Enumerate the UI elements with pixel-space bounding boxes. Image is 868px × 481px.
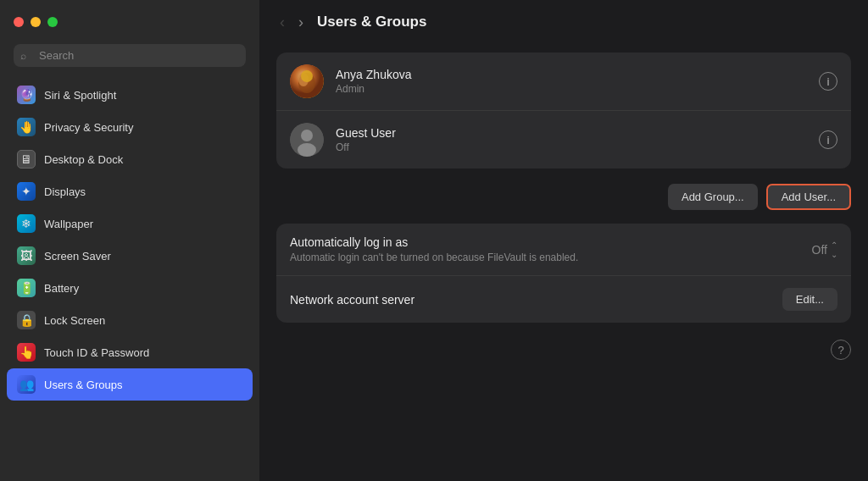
search-bar: ⌕ (14, 44, 246, 67)
sidebar-item-displays[interactable]: ✦ Displays (7, 175, 253, 207)
siri-icon: 🔮 (17, 86, 36, 104)
chevron-icon: ⌃⌄ (831, 240, 837, 259)
forward-button[interactable]: › (295, 12, 307, 33)
sidebar-label-displays: Displays (44, 185, 86, 198)
sidebar-label-privacy-security: Privacy & Security (44, 121, 133, 134)
help-button[interactable]: ? (831, 340, 851, 360)
desktop-icon: 🖥 (17, 150, 36, 169)
titlebar (0, 0, 259, 44)
maximize-button[interactable] (47, 17, 58, 27)
avatar-anya (290, 64, 324, 98)
network-account-label: Network account server (290, 293, 782, 307)
sidebar-label-users-groups: Users & Groups (44, 379, 122, 391)
svg-point-6 (298, 143, 316, 157)
sidebar-label-lock-screen: Lock Screen (44, 314, 105, 327)
user-info-button-guest[interactable]: i (819, 130, 837, 149)
user-row-anya: Anya Zhukova Admin i (276, 53, 851, 110)
settings-card: Automatically log in as Automatic login … (276, 224, 851, 323)
sidebar-item-siri-spotlight[interactable]: 🔮 Siri & Spotlight (7, 79, 253, 111)
search-input[interactable] (14, 44, 246, 67)
auto-login-value: Off ⌃⌄ (812, 240, 837, 259)
content-area: Anya Zhukova Admin i Guest U (259, 44, 868, 481)
screensaver-icon: 🖼 (17, 246, 36, 265)
avatar-anya-img (290, 64, 324, 98)
users-icon: 👥 (17, 375, 36, 394)
battery-icon: 🔋 (17, 279, 36, 297)
wallpaper-icon: ❄ (17, 214, 36, 233)
search-icon: ⌕ (20, 50, 26, 62)
displays-icon: ✦ (17, 182, 36, 201)
sidebar-item-battery[interactable]: 🔋 Battery (7, 272, 253, 304)
sidebar-list: 🔮 Siri & Spotlight 🤚 Privacy & Security … (0, 75, 259, 481)
add-group-button[interactable]: Add Group... (668, 184, 758, 210)
user-name-anya: Anya Zhukova (336, 68, 807, 81)
close-button[interactable] (14, 17, 24, 27)
touchid-icon: 👆 (17, 343, 36, 362)
sidebar-item-wallpaper[interactable]: ❄ Wallpaper (7, 207, 253, 240)
lockscreen-icon: 🔒 (17, 311, 36, 329)
sidebar-label-screen-saver: Screen Saver (44, 250, 111, 263)
user-info-guest: Guest User Off (336, 126, 807, 153)
sidebar-label-battery: Battery (44, 282, 79, 295)
add-user-button[interactable]: Add User... (766, 184, 851, 210)
user-role-anya: Admin (336, 83, 807, 95)
sidebar-label-wallpaper: Wallpaper (44, 218, 93, 230)
sidebar-label-siri-spotlight: Siri & Spotlight (44, 89, 116, 102)
auto-login-label: Automatically log in as (290, 235, 812, 249)
actions-row: Add Group... Add User... (276, 184, 851, 210)
auto-login-sublabel: Automatic login can't be turned on becau… (290, 252, 812, 263)
auto-login-label-block: Automatically log in as Automatic login … (290, 235, 812, 263)
auto-login-row: Automatically log in as Automatic login … (276, 224, 851, 275)
page-title: Users & Groups (317, 14, 426, 30)
svg-point-3 (301, 70, 313, 82)
user-role-guest: Off (336, 141, 807, 153)
network-account-row: Network account server Edit... (276, 275, 851, 323)
sidebar-item-lock-screen[interactable]: 🔒 Lock Screen (7, 304, 253, 336)
sidebar-item-privacy-security[interactable]: 🤚 Privacy & Security (7, 111, 253, 143)
sidebar: ⌕ 🔮 Siri & Spotlight 🤚 Privacy & Securit… (0, 0, 259, 481)
privacy-icon: 🤚 (17, 118, 36, 136)
user-info-button-anya[interactable]: i (819, 72, 837, 91)
network-account-label-block: Network account server (290, 293, 782, 307)
help-row: ? (276, 336, 851, 363)
sidebar-label-touch-id: Touch ID & Password (44, 346, 149, 359)
sidebar-item-screen-saver[interactable]: 🖼 Screen Saver (7, 240, 253, 272)
user-name-guest: Guest User (336, 126, 807, 140)
avatar-guest-img (290, 123, 324, 157)
avatar-guest (290, 123, 324, 157)
sidebar-item-touch-id[interactable]: 👆 Touch ID & Password (7, 336, 253, 368)
network-account-edit-button[interactable]: Edit... (782, 288, 837, 311)
user-info-anya: Anya Zhukova Admin (336, 68, 807, 95)
main-content: ‹ › Users & Groups (259, 0, 868, 481)
sidebar-item-users-groups[interactable]: 👥 Users & Groups (7, 368, 253, 401)
main-header: ‹ › Users & Groups (259, 0, 868, 44)
svg-point-5 (301, 130, 313, 141)
user-row-guest: Guest User Off i (276, 110, 851, 169)
users-card: Anya Zhukova Admin i Guest U (276, 53, 851, 169)
sidebar-label-desktop-dock: Desktop & Dock (44, 153, 123, 166)
minimize-button[interactable] (31, 17, 41, 27)
back-button[interactable]: ‹ (276, 12, 288, 33)
sidebar-item-desktop-dock[interactable]: 🖥 Desktop & Dock (7, 143, 253, 175)
